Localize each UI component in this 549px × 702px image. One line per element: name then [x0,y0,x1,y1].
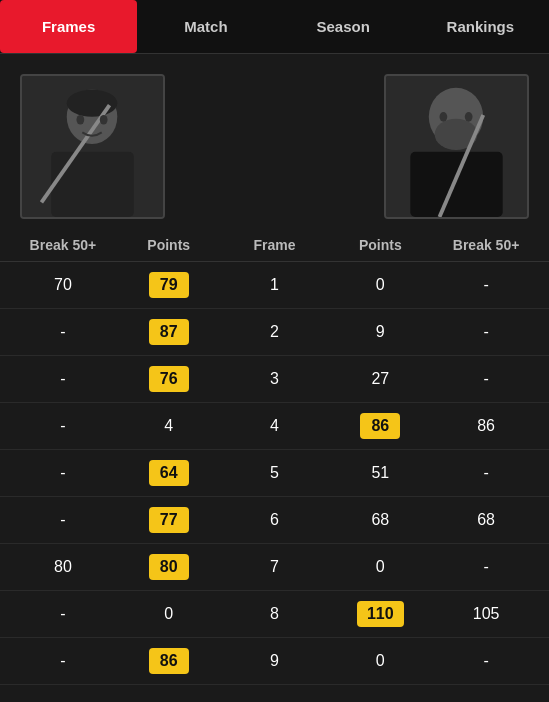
cell-break50-left: 80 [10,554,116,580]
cell-break50-right: 86 [433,413,539,439]
cell-frame: 2 [222,319,328,345]
svg-rect-3 [51,152,134,217]
cell-frame: 3 [222,366,328,392]
cell-frame: 5 [222,460,328,486]
cell-points-right: 68 [327,507,433,533]
svg-point-12 [439,112,447,122]
players-row [0,54,549,229]
player-left-avatar [20,74,165,219]
cell-frame: 8 [222,601,328,627]
table-row: -64551- [0,450,549,497]
cell-points-right: 51 [327,460,433,486]
cell-break50-right: - [433,460,539,486]
stats-header: Break 50+ Points Frame Points Break 50+ [0,229,549,262]
cell-points-left: 76 [116,366,222,392]
cell-break50-right: - [433,366,539,392]
cell-break50-left: - [10,413,116,439]
tab-match[interactable]: Match [137,0,274,53]
cell-frame: 7 [222,554,328,580]
tab-season[interactable]: Season [275,0,412,53]
cell-break50-right: - [433,319,539,345]
cell-break50-right: 105 [433,601,539,627]
table-row: -8729- [0,309,549,356]
cell-points-right: 0 [327,272,433,298]
header-points-right: Points [327,237,433,253]
header-break50-left: Break 50+ [10,237,116,253]
cell-break50-left: - [10,366,116,392]
cell-break50-left: - [10,601,116,627]
cell-frame: 4 [222,413,328,439]
cell-points-left: 64 [116,460,222,486]
cell-break50-right: - [433,648,539,674]
cell-break50-left: - [10,507,116,533]
cell-break50-left: - [10,460,116,486]
tab-bar: Frames Match Season Rankings [0,0,549,54]
table-row: 707910- [0,262,549,309]
cell-break50-right: - [433,554,539,580]
cell-points-left: 79 [116,272,222,298]
cell-points-left: 77 [116,507,222,533]
cell-points-right: 86 [327,413,433,439]
cell-frame: 6 [222,507,328,533]
svg-point-13 [465,112,473,122]
svg-rect-10 [410,152,502,217]
cell-break50-right: 68 [433,507,539,533]
tab-frames[interactable]: Frames [0,0,137,53]
tab-rankings[interactable]: Rankings [412,0,549,53]
table-row: -448686 [0,403,549,450]
cell-points-right: 110 [327,601,433,627]
table-row: -8690- [0,638,549,685]
svg-point-5 [76,115,84,125]
cell-break50-right: - [433,272,539,298]
header-break50-right: Break 50+ [433,237,539,253]
cell-points-left: 80 [116,554,222,580]
svg-point-6 [100,115,108,125]
cell-break50-left: - [10,319,116,345]
cell-points-left: 86 [116,648,222,674]
table-row: -08110105 [0,591,549,638]
cell-frame: 1 [222,272,328,298]
cell-break50-left: - [10,648,116,674]
cell-break50-left: 70 [10,272,116,298]
cell-points-right: 9 [327,319,433,345]
table-row: -76327- [0,356,549,403]
header-points-left: Points [116,237,222,253]
cell-points-left: 87 [116,319,222,345]
table-row: 808070- [0,544,549,591]
cell-frame: 9 [222,648,328,674]
cell-points-right: 0 [327,648,433,674]
table-row: -7766868 [0,497,549,544]
svg-point-2 [67,90,118,117]
cell-points-right: 0 [327,554,433,580]
cell-points-left: 4 [116,413,222,439]
header-frame: Frame [222,237,328,253]
cell-points-right: 27 [327,366,433,392]
cell-points-left: 0 [116,601,222,627]
stats-rows: 707910--8729--76327--448686-64551--77668… [0,262,549,685]
player-right-avatar [384,74,529,219]
